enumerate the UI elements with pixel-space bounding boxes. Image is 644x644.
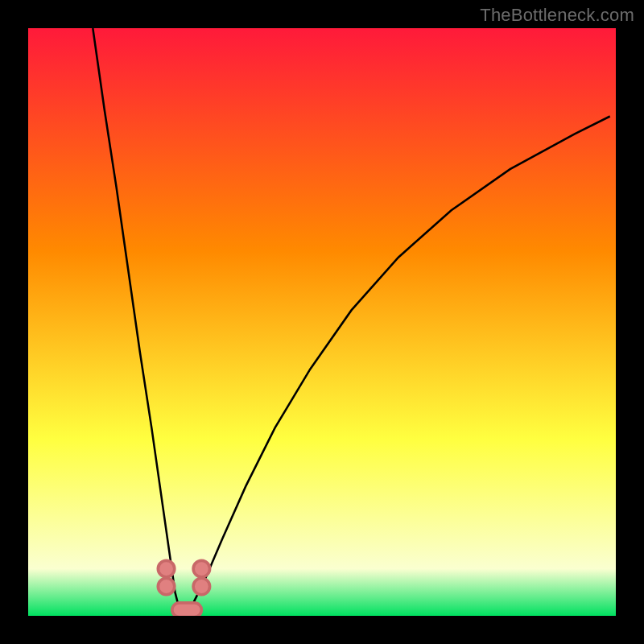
outer-frame: TheBottleneck.com — [0, 0, 644, 644]
marker-left-cluster — [158, 560, 174, 576]
marker-right-cluster-2 — [193, 578, 209, 594]
curve-left-branch — [93, 28, 181, 616]
curve-layer — [28, 28, 616, 616]
plot-area — [28, 28, 616, 616]
curve-right-branch — [181, 117, 610, 617]
marker-bottom-bar — [172, 603, 202, 616]
data-markers — [158, 560, 209, 616]
marker-left-cluster-2 — [158, 578, 174, 594]
marker-right-cluster — [193, 560, 209, 576]
watermark-text: TheBottleneck.com — [480, 5, 634, 26]
